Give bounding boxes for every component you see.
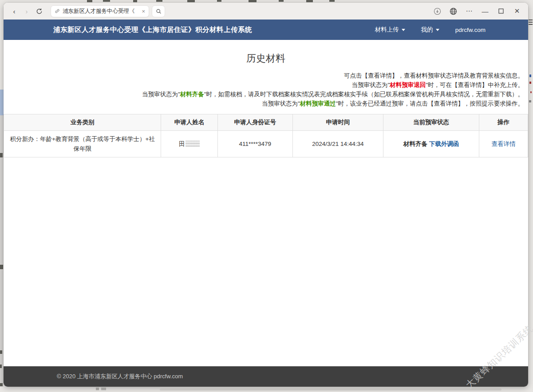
tab-address-pill[interactable]: 浦东新区人才服务中心受理《 ×: [51, 5, 149, 17]
view-details-link[interactable]: 查看详情: [492, 141, 516, 147]
background-fragment: [0, 365, 2, 368]
background-fragment: [96, 388, 99, 390]
background-fragment: [0, 265, 3, 269]
maximize-button[interactable]: [494, 5, 508, 17]
notice-line: 可点击【查看详情】，查看材料预审状态详情及教育背景核实信息。: [4, 71, 524, 80]
nav-material-upload[interactable]: 材料上传: [375, 26, 405, 34]
col-applicant-name: 申请人姓名: [161, 114, 218, 131]
browser-window: ‹ › 浦东新区人才服务中心受理《 × ⋯ — ✕: [4, 3, 528, 387]
background-fragment: [0, 383, 3, 386]
notice-line: 当预审状态为"材料预审通过"时，该业务已经通过预审，请点击【查看详情】，按照提示…: [4, 99, 524, 108]
search-button[interactable]: [152, 5, 165, 17]
background-fragment: [103, 0, 110, 2]
cell-operation: 查看详情: [479, 131, 528, 157]
site-title: 浦东新区人才服务中心受理《上海市居住证》积分材料上传系统: [53, 25, 252, 35]
nav-mine[interactable]: 我的: [421, 26, 439, 34]
background-fragment: [249, 0, 257, 2]
cell-applicant-name: 田: [161, 131, 218, 157]
nav-label: 材料上传: [375, 26, 399, 34]
link-icon: [55, 8, 60, 14]
notice-line: 当预审状态为"材料预审退回"时，可在【查看详情】中补充上传。: [4, 80, 524, 90]
background-fragment: [306, 0, 313, 2]
background-fragment: [329, 0, 335, 2]
background-fragment: [0, 350, 2, 354]
maximize-icon: [498, 8, 504, 14]
status-highlight-ready: 材料齐备: [180, 91, 204, 98]
table-header-row: 业务类别 申请人姓名 申请人身份证号 申请时间 当前预审状态 操作: [4, 114, 528, 131]
minimize-button[interactable]: —: [478, 5, 492, 17]
cell-business-type: 积分新办：年龄+教育背景（高于或等于本科学士）+社保年限: [4, 131, 161, 157]
background-fragment: [530, 91, 532, 93]
browser-toolbar: ‹ › 浦东新区人才服务中心受理《 × ⋯ — ✕: [4, 3, 528, 20]
globe-button[interactable]: [446, 5, 460, 17]
menu-button[interactable]: ⋯: [462, 5, 476, 17]
forward-button[interactable]: ›: [20, 5, 33, 17]
background-fragment: [529, 100, 531, 102]
notice-line: 当预审状态为"材料齐备"时，如需核档，请及时下载档案核实情况表完成档案核实手续（…: [4, 90, 524, 99]
table-row: 积分新办：年龄+教育背景（高于或等于本科学士）+社保年限 田 411****34…: [4, 131, 528, 157]
background-fragment: [529, 82, 531, 84]
background-fragment: [187, 0, 195, 2]
app-header: 浦东新区人才服务中心受理《上海市居住证》积分材料上传系统 材料上传 我的 pdr…: [4, 20, 528, 40]
col-status: 当前预审状态: [383, 114, 479, 131]
back-button[interactable]: ‹: [8, 5, 20, 17]
background-fragment: [133, 0, 137, 2]
background-fragment: [156, 0, 162, 2]
status-highlight-returned: 材料预审退回: [390, 82, 426, 88]
close-window-button[interactable]: ✕: [510, 5, 524, 17]
background-fragment: [217, 0, 221, 2]
cell-apply-time: 2024/3/21 14:44:34: [292, 131, 383, 157]
col-id-number: 申请人身份证号: [217, 114, 292, 131]
copyright-text: © 2020 上海市浦东新区人才服务中心 pdrcfw.com: [57, 372, 183, 380]
main-content: 历史材料 可点击【查看详情】，查看材料预审状态详情及教育背景核实信息。 当预审状…: [4, 40, 528, 366]
download-letter-link[interactable]: 下载外调函: [429, 141, 459, 147]
history-table: 业务类别 申请人姓名 申请人身份证号 申请时间 当前预审状态 操作 积分新办：年…: [4, 114, 528, 157]
status-badge: 材料齐备: [403, 141, 427, 147]
background-fragment: [529, 74, 531, 77]
search-icon: [156, 8, 162, 14]
col-operation: 操作: [479, 114, 528, 131]
background-fragment: [101, 388, 106, 390]
redacted-name: [186, 141, 200, 147]
nav-site-link[interactable]: pdrcfw.com: [455, 27, 486, 33]
notice-block: 可点击【查看详情】，查看材料预审状态详情及教育背景核实信息。 当预审状态为"材料…: [4, 71, 528, 108]
refresh-button[interactable]: [33, 5, 45, 17]
cell-status: 材料齐备 下载外调函: [383, 131, 479, 157]
page-footer: © 2020 上海市浦东新区人才服务中心 pdrcfw.com: [4, 366, 528, 387]
chevron-down-icon: [402, 29, 405, 31]
background-fragment: [0, 90, 4, 116]
tab-title: 浦东新区人才服务中心受理《: [63, 8, 139, 15]
browser-controls: ⋯ — ✕: [430, 5, 524, 17]
background-fragment: [0, 153, 3, 157]
tab-close-button[interactable]: ×: [142, 8, 145, 14]
nav-label: pdrcfw.com: [455, 27, 486, 33]
app-nav: 材料上传 我的 pdrcfw.com: [375, 26, 486, 34]
downloads-button[interactable]: [430, 5, 444, 17]
col-business-type: 业务类别: [4, 114, 161, 131]
status-highlight-passed: 材料预审通过: [300, 100, 336, 107]
background-fragment: [160, 388, 501, 391]
download-icon: [434, 8, 441, 15]
chevron-down-icon: [436, 29, 439, 31]
nav-label: 我的: [421, 26, 433, 34]
background-fragment: [87, 0, 92, 2]
page-title: 历史材料: [4, 52, 528, 65]
cell-id-number: 411****3479: [217, 131, 292, 157]
background-menu-icon: [529, 20, 533, 26]
globe-icon: [450, 8, 457, 15]
col-apply-time: 申请时间: [292, 114, 383, 131]
refresh-icon: [36, 8, 43, 15]
background-fragment: [0, 115, 4, 387]
background-fragment: [279, 0, 284, 2]
